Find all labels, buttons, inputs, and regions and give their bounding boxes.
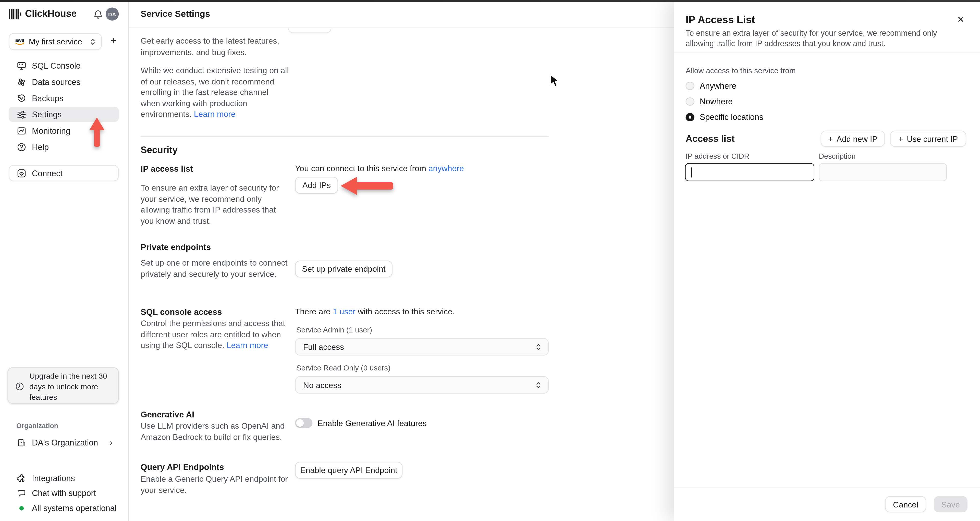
sidebar-item-integrations[interactable]: Integrations [9, 471, 119, 486]
panel-title: IP Access List [686, 14, 755, 26]
upgrade-notice-text: Upgrade in the next 30 days to unlock mo… [29, 371, 116, 403]
sidebar-item-data-sources[interactable]: Data sources [9, 74, 119, 89]
private-endpoints-description: Set up one or more endpoints to connect … [141, 257, 297, 280]
sql-users-suffix: with access to this service. [355, 307, 455, 316]
panel-footer-divider [674, 487, 980, 488]
footer-item-label: Chat with support [32, 489, 96, 498]
sidebar-item-backups[interactable]: Backups [9, 91, 119, 106]
connect-wifi-icon [17, 168, 26, 178]
sql-console-icon [17, 61, 26, 70]
connect-from-prefix: You can connect to this service from [295, 164, 428, 173]
sidebar-item-label: Backups [32, 94, 64, 103]
learn-more-link[interactable]: Learn more [227, 341, 268, 350]
ip-access-list-panel: IP Access List ✕ To ensure an extra laye… [674, 0, 980, 521]
add-service-button[interactable]: + [107, 35, 120, 48]
setup-private-endpoint-button[interactable]: Set up private endpoint [295, 260, 393, 277]
ip-address-input[interactable] [685, 163, 815, 181]
annotation-arrow-left [341, 177, 393, 195]
query-api-endpoints-label: Query API Endpoints [141, 462, 224, 472]
footer-item-label: All systems operational [32, 504, 117, 513]
access-list-heading: Access list [686, 133, 735, 144]
backups-history-icon [17, 94, 26, 103]
fast-release-paragraph-1: Get early access to the latest features,… [141, 36, 289, 58]
organization-row[interactable]: DA's Organization › [9, 435, 119, 450]
sidebar-item-label: Monitoring [32, 126, 70, 135]
use-current-ip-button[interactable]: + Use current IP [890, 131, 966, 147]
description-field-label: Description [819, 152, 856, 160]
save-button[interactable]: Save [934, 496, 967, 512]
upgrade-notice[interactable]: Upgrade in the next 30 days to unlock mo… [7, 367, 119, 403]
description-input[interactable] [819, 163, 947, 181]
organization-name: DA's Organization [32, 438, 110, 447]
page-header: Service Settings [128, 0, 674, 28]
sql-users-status: There are 1 user with access to this ser… [295, 307, 455, 316]
security-heading: Security [141, 145, 178, 155]
fast-release-paragraph-2: While we conduct extensive testing on al… [141, 65, 289, 120]
data-sources-icon [17, 77, 26, 86]
anywhere-link[interactable]: anywhere [428, 164, 464, 173]
text-caret [691, 167, 692, 177]
page-title: Service Settings [141, 0, 210, 27]
sidebar-item-label: Settings [32, 110, 62, 119]
status-green-dot-icon [17, 504, 26, 513]
mouse-cursor [549, 74, 560, 88]
panel-divider [674, 52, 980, 53]
chevron-updown-icon [89, 38, 96, 45]
building-icon [17, 438, 26, 447]
service-readonly-select[interactable]: No access [295, 376, 549, 394]
user-avatar[interactable]: DA [106, 7, 119, 21]
footer-item-label: Integrations [32, 473, 75, 483]
clock-icon [15, 382, 24, 391]
service-selector-label: My first service [29, 37, 89, 46]
radio-anywhere[interactable]: Anywhere [686, 81, 737, 91]
plus-icon: + [828, 134, 833, 143]
ip-access-list-description: To ensure an extra layer of security for… [141, 183, 290, 226]
monitoring-chart-icon [17, 126, 26, 135]
ip-access-list-label: IP access list [141, 164, 193, 174]
radio-label: Anywhere [700, 81, 737, 91]
connect-from-status: You can connect to this service from any… [295, 164, 464, 173]
settings-sliders-icon [17, 110, 26, 119]
query-api-description: Enable a Generic Query API endpoint for … [141, 473, 296, 496]
sidebar-item-label: Help [32, 142, 49, 152]
sql-users-prefix: There are [295, 307, 333, 316]
service-admin-select-value: Full access [303, 342, 535, 352]
window-top-edge [0, 0, 980, 2]
panel-description: To ensure an extra layer of security for… [686, 28, 965, 49]
connect-button[interactable]: Connect [9, 165, 119, 181]
ip-field-label: IP address or CIDR [686, 152, 749, 160]
chevron-updown-icon [535, 381, 542, 389]
use-current-ip-label: Use current IP [907, 134, 958, 143]
sidebar-item-label: SQL Console [32, 61, 81, 70]
service-admin-select[interactable]: Full access [295, 338, 549, 356]
annotation-arrow-up [89, 118, 104, 148]
service-readonly-select-value: No access [303, 380, 535, 389]
sidebar-item-system-status[interactable]: All systems operational [9, 501, 119, 515]
section-divider [141, 136, 549, 137]
fast-release-dropdown-cutoff[interactable] [288, 28, 331, 33]
one-user-link[interactable]: 1 user [333, 307, 355, 316]
sql-console-access-description: Control the permissions and access that … [141, 318, 292, 351]
aws-logo-icon: aws [15, 38, 24, 45]
learn-more-link[interactable]: Learn more [194, 110, 235, 119]
enable-query-api-button[interactable]: Enable query API Endpoint [295, 462, 402, 479]
radio-circle-selected-icon [686, 113, 694, 121]
sidebar-item-chat-support[interactable]: Chat with support [9, 486, 119, 500]
radio-specific-locations[interactable]: Specific locations [686, 112, 764, 122]
close-icon[interactable]: ✕ [957, 15, 964, 24]
add-ips-button[interactable]: Add IPs [295, 177, 338, 194]
private-endpoints-label: Private endpoints [141, 242, 211, 252]
service-selector[interactable]: aws My first service [9, 33, 102, 50]
notifications-bell-icon[interactable] [93, 10, 103, 20]
generative-ai-toggle[interactable] [295, 418, 313, 428]
add-new-ip-button[interactable]: + Add new IP [821, 131, 885, 147]
sidebar-item-sql-console[interactable]: SQL Console [9, 58, 119, 73]
radio-circle-icon [686, 97, 694, 106]
allow-access-label: Allow access to this service from [686, 66, 796, 75]
cancel-button[interactable]: Cancel [885, 496, 926, 512]
main-content: Service Settings Get early access to the… [128, 0, 674, 521]
generative-ai-label: Generative AI [141, 410, 194, 419]
sidebar-item-label: Data sources [32, 77, 80, 86]
chat-bubble-icon [17, 489, 26, 498]
radio-nowhere[interactable]: Nowhere [686, 96, 733, 107]
